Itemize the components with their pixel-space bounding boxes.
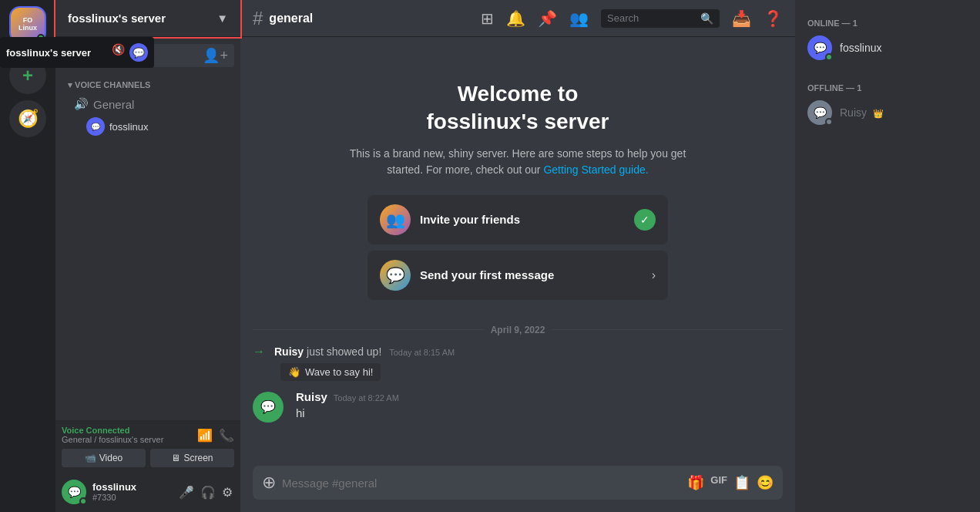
system-message-text: Ruisy just showed up! Today at 8:15 AM: [274, 345, 455, 358]
welcome-title: Welcome tofosslinux's server: [426, 80, 609, 136]
server-tooltip: fosslinux's server 🔇 💬: [0, 37, 154, 68]
member-fosslinux[interactable]: 💬 fosslinux: [801, 31, 974, 65]
add-member-icon[interactable]: 👤+: [203, 47, 228, 64]
video-button[interactable]: 📹 Video: [62, 449, 146, 467]
voice-channels-label: ▾ VOICE CHANNELS: [68, 80, 150, 90]
channel-header-hash: #: [253, 8, 263, 29]
wave-button-label: Wave to say hi!: [305, 366, 373, 378]
pin-icon[interactable]: 📌: [538, 9, 557, 28]
server-header[interactable]: fosslinux's server ▼: [55, 0, 240, 37]
gift-icon[interactable]: 🎁: [687, 474, 704, 491]
member-status-online: [825, 53, 833, 61]
voice-connected-bar: Voice Connected General / fosslinux's se…: [55, 420, 240, 472]
chevron-right-icon: ›: [652, 268, 656, 282]
message-content: Ruisy Today at 8:22 AM hi: [296, 390, 783, 423]
user-avatar: 💬: [62, 480, 86, 504]
gif-icon[interactable]: GIF: [710, 474, 727, 491]
server-name: fosslinux's server: [68, 12, 166, 25]
user-tag: #7330: [92, 493, 171, 503]
discord-icon: 💬: [129, 43, 148, 62]
channel-header-name: general: [269, 12, 313, 25]
wave-emoji: 👋: [288, 366, 300, 378]
user-name: fosslinux: [92, 481, 171, 493]
voice-signal-icon[interactable]: 📶: [197, 428, 213, 443]
inbox-icon[interactable]: 📥: [732, 9, 751, 28]
system-timestamp: Today at 8:15 AM: [389, 348, 455, 357]
crown-icon: 👑: [873, 109, 884, 118]
system-event: just showed up!: [307, 345, 384, 358]
arrow-right-icon: →: [253, 345, 265, 359]
message-input[interactable]: [282, 477, 687, 490]
message-avatar-icon: 💬: [260, 399, 276, 414]
speaker-icon: 🔊: [74, 97, 89, 111]
getting-started-link[interactable]: Getting Started guide.: [543, 163, 648, 176]
member-name-fosslinux: fosslinux: [840, 42, 881, 54]
user-avatar-icon: 💬: [68, 486, 81, 498]
search-box[interactable]: Search 🔍: [601, 9, 720, 28]
help-icon[interactable]: ❓: [764, 9, 783, 28]
message-timestamp: Today at 8:22 AM: [334, 393, 399, 403]
voice-connected-label: Voice Connected: [62, 426, 163, 435]
voice-user-fosslinux[interactable]: 💬 fosslinux: [68, 114, 234, 139]
video-icon: 📹: [85, 453, 96, 463]
voice-channel-label: General: [93, 98, 134, 111]
chevron-down-icon: ▼: [216, 12, 228, 25]
send-first-message-card[interactable]: 💬 Send your first message ›: [368, 251, 668, 300]
voice-disconnect-icon[interactable]: 📞: [219, 428, 234, 443]
emoji-icon[interactable]: 😊: [757, 474, 774, 491]
message-avatar: 💬: [253, 392, 284, 423]
search-placeholder: Search: [607, 12, 696, 24]
microphone-icon[interactable]: 🎤: [177, 483, 196, 501]
welcome-description: This is a brand new, shiny server. Here …: [333, 146, 703, 178]
members-icon[interactable]: 👥: [569, 9, 589, 28]
offline-section-header: OFFLINE — 1: [801, 77, 974, 96]
invite-friends-icon: 👥: [380, 204, 411, 235]
user-panel: 💬 fosslinux #7330 🎤 🎧 ⚙: [55, 472, 240, 512]
server-tooltip-name: fosslinux's server: [6, 47, 106, 59]
system-message: → Ruisy just showed up! Today at 8:15 AM: [240, 342, 795, 362]
notification-icon[interactable]: 🔔: [506, 9, 525, 28]
invite-friends-card[interactable]: 👥 Invite your friends ✓: [368, 195, 668, 244]
online-section-header: ONLINE — 1: [801, 12, 974, 31]
message-text: hi: [296, 405, 783, 421]
system-username: Ruisy: [274, 345, 304, 358]
search-icon: 🔍: [700, 12, 713, 25]
channel-sidebar: fosslinux's server ▼ fosslinux's server …: [55, 0, 240, 512]
server-list: FOLinux + 🧭: [0, 0, 55, 512]
chat-input-wrapper: ⊕ 🎁 GIF 📋 😊: [253, 466, 783, 500]
voice-action-row: 📹 Video 🖥 Screen: [62, 449, 234, 467]
chat-input-area: ⊕ 🎁 GIF 📋 😊: [240, 466, 795, 512]
message-area: Welcome tofosslinux's server This is a b…: [240, 37, 795, 466]
sticker-icon[interactable]: 📋: [733, 474, 750, 491]
video-label: Video: [99, 453, 123, 463]
invite-check-icon: ✓: [634, 209, 656, 231]
explore-server-button[interactable]: 🧭: [9, 100, 46, 137]
date-divider: April 9, 2022: [240, 318, 795, 342]
channel-header-actions: ⊞ 🔔 📌 👥 Search 🔍 📥 ❓: [481, 9, 783, 28]
voice-channels-header[interactable]: ▾ VOICE CHANNELS: [55, 68, 240, 93]
tooltip-icons: 🔇 💬: [112, 43, 148, 62]
welcome-section: Welcome tofosslinux's server This is a b…: [240, 49, 795, 318]
channels-list: # general 👤+ ▾ VOICE CHANNELS 🔊 General …: [55, 37, 240, 420]
screen-label: Screen: [183, 453, 213, 463]
mute-icon[interactable]: 🔇: [112, 43, 125, 62]
member-status-offline: [825, 118, 833, 126]
member-name-ruisy: Ruisy 👑: [840, 106, 884, 119]
user-controls: 🎤 🎧 ⚙: [177, 483, 234, 501]
member-avatar-fosslinux: 💬: [807, 35, 832, 60]
user-status-dot: [79, 497, 87, 505]
voice-user-avatar: 💬: [86, 117, 105, 136]
invite-friends-label: Invite your friends: [420, 213, 625, 226]
date-divider-text: April 9, 2022: [491, 325, 545, 335]
message-username: Ruisy: [296, 390, 327, 403]
hashtag-icon[interactable]: ⊞: [481, 9, 494, 28]
wave-button[interactable]: 👋 Wave to say hi!: [280, 363, 381, 381]
screen-button[interactable]: 🖥 Screen: [150, 449, 234, 467]
attach-file-icon[interactable]: ⊕: [262, 473, 276, 493]
headphone-icon[interactable]: 🎧: [199, 483, 217, 501]
voice-channel-name[interactable]: 🔊 General: [68, 94, 234, 114]
member-ruisy[interactable]: 💬 Ruisy 👑: [801, 96, 974, 130]
settings-icon[interactable]: ⚙: [220, 483, 234, 501]
voice-connected-location: General / fosslinux's server: [62, 435, 163, 444]
message-group: 💬 Ruisy Today at 8:22 AM hi: [240, 387, 795, 426]
